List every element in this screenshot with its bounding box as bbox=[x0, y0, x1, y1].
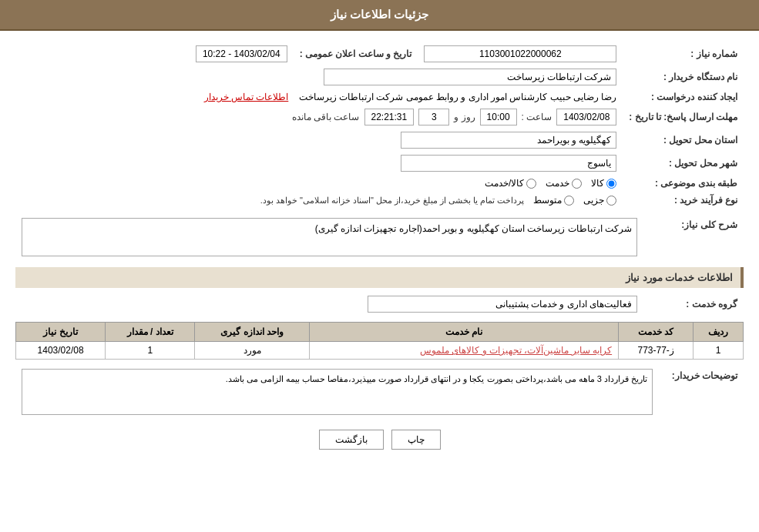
col-quantity: تعداد / مقدار bbox=[106, 323, 195, 342]
print-button[interactable]: چاپ bbox=[391, 430, 441, 450]
cat-option-khedmat[interactable]: خدمت bbox=[546, 178, 582, 189]
announce-label: تاریخ و ساعت اعلان عمومی : bbox=[294, 42, 418, 65]
cat-option3-label: کالا/خدمت bbox=[485, 178, 524, 189]
col-need-date: تاریخ نیاز bbox=[16, 323, 106, 342]
deadline-date: 1403/02/08 bbox=[556, 109, 616, 125]
process-medium-label: متوسط bbox=[533, 195, 562, 206]
city-value: یاسوج bbox=[401, 155, 616, 172]
page-title: جزئیات اطلاعات نیاز bbox=[0, 0, 759, 31]
deadline-time-label: ساعت : bbox=[522, 112, 552, 122]
province-value: کهگیلویه و بویراحمد bbox=[401, 132, 616, 149]
deadline-time: 10:00 bbox=[480, 109, 517, 125]
col-unit: واحد اندازه گیری bbox=[195, 323, 310, 342]
creator-value: رضا رضایی حبیب کارشناس امور اداری و رواب… bbox=[299, 92, 617, 102]
process-part-label: جزیی bbox=[583, 195, 604, 206]
col-service-code: کد خدمت bbox=[619, 323, 694, 342]
need-number-label: شماره نیاز : bbox=[623, 42, 744, 65]
deadline-label: مهلت ارسال پاسخ: تا تاریخ : bbox=[623, 105, 744, 129]
announce-value: 1403/02/04 - 10:22 bbox=[196, 45, 287, 62]
creator-label: ایجاد کننده درخواست : bbox=[623, 89, 744, 105]
process-type-label: نوع فرآیند خرید : bbox=[623, 192, 744, 209]
buyer-org-label: نام دستگاه خریدار : bbox=[623, 65, 744, 89]
cell-service-name: کرایه سایر ماشین‌آلات، تجهیزات و کالاهای… bbox=[310, 342, 619, 360]
city-label: شهر محل تحویل : bbox=[623, 152, 744, 175]
buyer-comments-value: تاریخ قرارداد 3 ماهه می باشد،پرداختی بصو… bbox=[22, 369, 653, 415]
table-row: 1 ز-77-773 کرایه سایر ماشین‌آلات، تجهیزا… bbox=[16, 342, 744, 360]
col-row-num: ردیف bbox=[694, 323, 744, 342]
services-table: ردیف کد خدمت نام خدمت واحد اندازه گیری ت… bbox=[15, 322, 744, 360]
process-medium[interactable]: متوسط bbox=[533, 195, 574, 206]
deadline-day-label: روز و bbox=[454, 112, 475, 122]
back-button[interactable]: بازگشت bbox=[319, 430, 384, 450]
cell-service-code: ز-77-773 bbox=[619, 342, 694, 360]
deadline-days: 3 bbox=[418, 109, 449, 125]
cat-option1-label: کالا bbox=[591, 178, 604, 189]
need-number-value: 1103001022000062 bbox=[424, 45, 616, 62]
cat-option-kala-khedmat[interactable]: کالا/خدمت bbox=[485, 178, 536, 189]
col-service-name: نام خدمت bbox=[310, 323, 619, 342]
cat-option-kala[interactable]: کالا bbox=[591, 178, 616, 189]
buyer-comments-label: توضیحات خریدار: bbox=[659, 366, 744, 418]
remaining-label: ساعت باقی مانده bbox=[292, 112, 360, 122]
buyer-org-value: شرکت ارتباطات زیرساخت bbox=[324, 69, 616, 85]
service-group-label: گروه خدمت : bbox=[643, 293, 744, 316]
buttons-row: چاپ بازگشت bbox=[15, 430, 744, 450]
process-notice: پرداخت تمام یا بخشی از مبلغ خرید،از محل … bbox=[260, 196, 525, 206]
province-label: استان محل تحویل : bbox=[623, 129, 744, 152]
cell-quantity: 1 bbox=[106, 342, 195, 360]
need-desc-label: شرح کلی نیاز: bbox=[643, 215, 744, 259]
cat-option2-label: خدمت bbox=[546, 178, 569, 189]
services-info-header: اطلاعات خدمات مورد نیاز bbox=[15, 267, 744, 288]
process-part[interactable]: جزیی bbox=[583, 195, 616, 206]
category-label: طبقه بندی موضوعی : bbox=[623, 175, 744, 192]
cell-unit: مورد bbox=[195, 342, 310, 360]
remaining-time: 22:21:31 bbox=[364, 109, 415, 125]
cell-row-num: 1 bbox=[694, 342, 744, 360]
cell-need-date: 1403/02/08 bbox=[16, 342, 106, 360]
contact-link[interactable]: اطلاعات تماس خریدار bbox=[204, 92, 289, 102]
need-desc-value: شرکت ارتباطات زیرساخت استان کهگیلویه و ب… bbox=[22, 218, 637, 256]
service-group-value: فعالیت‌های اداری و خدمات پشتیبانی bbox=[368, 296, 637, 313]
